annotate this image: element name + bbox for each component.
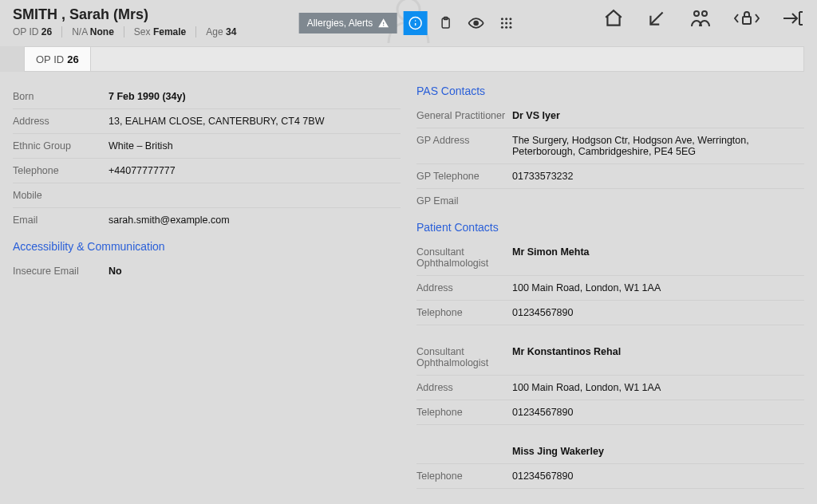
collapse-button[interactable] xyxy=(646,8,667,29)
op-id-value: 26 xyxy=(41,26,52,37)
gp-email-label: GP Email xyxy=(416,195,512,207)
row-consultant3: Miss Jing Wakerley xyxy=(416,439,804,464)
eye-icon xyxy=(468,15,483,31)
mobile-label: Mobile xyxy=(13,190,109,201)
consultant1-address-label: Address xyxy=(416,282,512,293)
row-consultant1-address: Address 100 Main Road, London, W1 1AA xyxy=(416,276,804,301)
consultant2-telephone-value: 01234567890 xyxy=(512,407,804,418)
clipboard-icon xyxy=(438,16,452,30)
consultant3-role-label xyxy=(416,446,512,457)
mobile-value xyxy=(109,190,401,201)
row-consultant2-telephone: Telephone 01234567890 xyxy=(416,400,804,425)
svg-point-8 xyxy=(505,18,507,20)
email-label: Email xyxy=(13,215,109,226)
header-action-icons: Allergies, Alerts xyxy=(299,11,519,35)
tab-op-id-value: 26 xyxy=(67,53,78,65)
svg-point-6 xyxy=(474,22,478,26)
row-consultant1-telephone: Telephone 01234567890 xyxy=(416,301,804,325)
row-gp: General Practitioner Dr VS Iyer xyxy=(416,104,804,128)
row-email: Email sarah.smith@example.com xyxy=(13,208,401,232)
svg-rect-19 xyxy=(743,17,751,24)
consultant1-address-value: 100 Main Road, London, W1 1AA xyxy=(512,282,804,293)
row-born: Born 7 Feb 1990 (34y) xyxy=(13,85,401,109)
patient-meta: OP ID 26 N/A None Sex Female Age 34 xyxy=(13,26,236,37)
row-gp-email: GP Email xyxy=(416,189,804,213)
eye-button[interactable] xyxy=(464,11,487,35)
tab-bar: OP ID 26 xyxy=(24,46,804,72)
tab-op-id[interactable]: OP ID 26 xyxy=(25,47,91,71)
warning-triangle-icon xyxy=(377,18,389,29)
row-telephone: Telephone +44077777777 xyxy=(13,159,401,183)
consultant3-telephone-label: Telephone xyxy=(416,471,512,482)
row-consultant3-telephone: Telephone 01234567890 xyxy=(416,464,804,489)
svg-point-10 xyxy=(501,22,503,25)
pas-contacts-title: PAS Contacts xyxy=(416,85,804,97)
sex-label: Sex xyxy=(134,26,151,37)
consultant2-address-label: Address xyxy=(416,382,512,393)
exit-button[interactable] xyxy=(782,8,804,29)
gp-value: Dr VS Iyer xyxy=(512,110,804,121)
info-icon xyxy=(408,16,422,30)
sex-value: Female xyxy=(153,26,186,37)
info-button[interactable] xyxy=(403,11,427,35)
lock-code-icon xyxy=(734,8,760,29)
consultant1-telephone-value: 01234567890 xyxy=(512,307,804,318)
ethnic-label: Ethnic Group xyxy=(13,140,109,152)
gp-telephone-label: GP Telephone xyxy=(416,171,512,182)
consultant3-telephone-value: 01234567890 xyxy=(512,471,804,482)
consultant2-address-value: 100 Main Road, London, W1 1AA xyxy=(512,382,804,393)
svg-point-13 xyxy=(501,26,503,29)
address-label: Address xyxy=(13,116,109,127)
keypad-button[interactable] xyxy=(494,11,518,35)
ethnic-value: White – British xyxy=(109,140,401,152)
row-consultant2: Consultant Ophthalmologist Mr Konstantin… xyxy=(416,340,804,376)
telephone-value: +44077777777 xyxy=(109,165,401,176)
accessibility-section-title: Accessibility & Communication xyxy=(13,240,401,253)
lock-code-button[interactable] xyxy=(734,8,760,29)
address-value: 13, EALHAM CLOSE, CANTERBURY, CT4 7BW xyxy=(109,116,401,127)
home-button[interactable] xyxy=(603,8,624,29)
exit-icon xyxy=(782,8,804,29)
consultant1-role-label: Consultant Ophthalmologist xyxy=(416,246,512,269)
allergies-alerts-button[interactable]: Allergies, Alerts xyxy=(299,13,397,33)
svg-point-17 xyxy=(694,11,699,16)
svg-point-14 xyxy=(505,26,507,29)
svg-point-15 xyxy=(509,26,511,29)
users-button[interactable] xyxy=(689,8,712,29)
row-mobile: Mobile xyxy=(13,183,401,208)
users-icon xyxy=(689,8,712,29)
consultant1-telephone-label: Telephone xyxy=(416,307,512,318)
row-gp-address: GP Address The Surgery, Hodgson Ctr, Hod… xyxy=(416,128,804,164)
svg-point-3 xyxy=(415,20,416,22)
consultant2-telephone-label: Telephone xyxy=(416,407,512,418)
patient-header: SMITH , Sarah (Mrs) OP ID 26 N/A None Se… xyxy=(0,0,817,46)
gp-label: General Practitioner xyxy=(416,110,512,121)
left-column: Born 7 Feb 1990 (34y) Address 13, EALHAM… xyxy=(13,85,401,504)
home-icon xyxy=(603,8,624,29)
age-value: 34 xyxy=(226,26,236,37)
born-label: Born xyxy=(13,91,109,102)
email-value: sarah.smith@example.com xyxy=(109,215,401,226)
svg-point-12 xyxy=(509,22,511,25)
arrow-down-left-icon xyxy=(646,8,667,29)
insecure-email-label: Insecure Email xyxy=(13,266,109,277)
svg-point-11 xyxy=(505,22,507,25)
consultant2-role-label: Consultant Ophthalmologist xyxy=(416,346,512,368)
keypad-icon xyxy=(499,16,513,30)
gp-address-value: The Surgery, Hodgson Ctr, Hodgson Ave, W… xyxy=(512,135,804,157)
svg-point-7 xyxy=(501,18,503,20)
gp-email-value xyxy=(512,195,804,207)
row-address: Address 13, EALHAM CLOSE, CANTERBURY, CT… xyxy=(13,109,401,134)
consultant3-name: Miss Jing Wakerley xyxy=(512,446,804,457)
content-area: Born 7 Feb 1990 (34y) Address 13, EALHAM… xyxy=(0,72,817,504)
insecure-email-value: No xyxy=(109,266,401,277)
consultant2-name: Mr Konstantinos Rehal xyxy=(512,346,804,368)
consultant1-name: Mr Simon Mehta xyxy=(512,246,804,269)
age-label: Age xyxy=(206,26,223,37)
svg-line-16 xyxy=(650,12,662,24)
patient-name: SMITH , Sarah (Mrs) xyxy=(13,6,236,23)
clipboard-button[interactable] xyxy=(433,11,457,35)
right-column: PAS Contacts General Practitioner Dr VS … xyxy=(416,85,804,504)
tab-op-id-label: OP ID xyxy=(36,53,64,65)
na-label: N/A xyxy=(72,26,87,37)
